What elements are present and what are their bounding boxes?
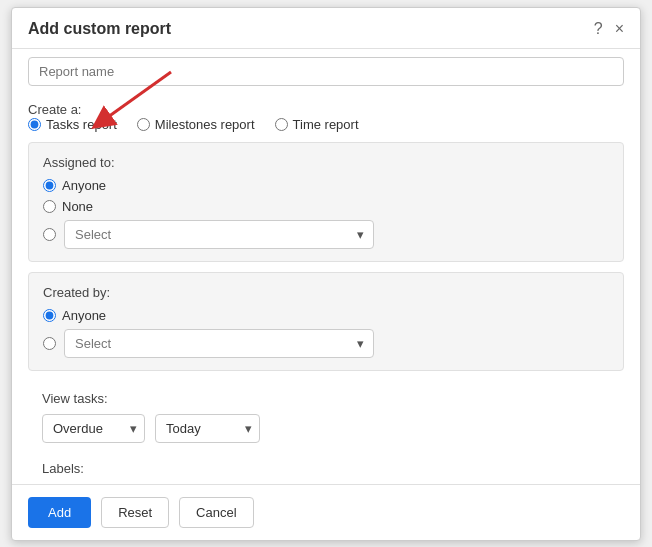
assigned-none-radio[interactable] — [43, 200, 56, 213]
assigned-anyone-radio[interactable] — [43, 179, 56, 192]
created-select-wrapper: Select — [64, 329, 374, 358]
view-tasks-dropdown2[interactable]: Today This week This month — [155, 414, 260, 443]
assigned-select-wrapper: Select — [64, 220, 374, 249]
report-type-group: Tasks report Milestones report Time repo… — [28, 117, 624, 132]
header-icons: ? × — [594, 20, 624, 38]
assigned-to-label: Assigned to: — [43, 155, 609, 170]
assigned-anyone-label: Anyone — [62, 178, 106, 193]
cancel-button[interactable]: Cancel — [179, 497, 253, 528]
assigned-select[interactable]: Select — [64, 220, 374, 249]
add-button[interactable]: Add — [28, 497, 91, 528]
view-tasks-dropdown2-wrapper: Today This week This month — [155, 414, 260, 443]
assigned-anyone-row: Anyone — [43, 178, 609, 193]
created-select[interactable]: Select — [64, 329, 374, 358]
created-anyone-label: Anyone — [62, 308, 106, 323]
dialog-body: Create a: Tasks report Milestones report… — [12, 92, 640, 478]
dialog-header: Add custom report ? × — [12, 8, 640, 49]
report-name-input[interactable] — [28, 57, 624, 86]
radio-tasks[interactable]: Tasks report — [28, 117, 117, 132]
created-anyone-row: Anyone — [43, 308, 609, 323]
view-tasks-dropdown1[interactable]: Overdue All Active Completed — [42, 414, 145, 443]
view-tasks-row: Overdue All Active Completed Today This … — [42, 414, 610, 443]
reset-button[interactable]: Reset — [101, 497, 169, 528]
created-select-radio[interactable] — [43, 337, 56, 350]
assigned-to-section: Assigned to: Anyone None Select — [28, 142, 624, 262]
created-anyone-radio[interactable] — [43, 309, 56, 322]
created-by-label: Created by: — [43, 285, 609, 300]
milestones-report-label: Milestones report — [155, 117, 255, 132]
create-label: Create a: — [28, 102, 81, 117]
time-report-label: Time report — [293, 117, 359, 132]
dialog-title: Add custom report — [28, 20, 171, 38]
report-name-row — [12, 49, 640, 92]
created-select-row: Select — [43, 329, 609, 358]
assigned-none-row: None — [43, 199, 609, 214]
radio-time[interactable]: Time report — [275, 117, 359, 132]
help-button[interactable]: ? — [594, 20, 603, 38]
view-tasks-dropdown1-wrapper: Overdue All Active Completed — [42, 414, 145, 443]
labels-label: Labels: — [28, 457, 624, 478]
tasks-report-label: Tasks report — [46, 117, 117, 132]
dialog-footer: Add Reset Cancel — [12, 484, 640, 540]
created-by-section: Created by: Anyone Select — [28, 272, 624, 371]
radio-milestones[interactable]: Milestones report — [137, 117, 255, 132]
view-tasks-section: View tasks: Overdue All Active Completed… — [28, 381, 624, 453]
assigned-select-radio[interactable] — [43, 228, 56, 241]
assigned-select-row: Select — [43, 220, 609, 249]
close-button[interactable]: × — [615, 20, 624, 38]
assigned-none-label: None — [62, 199, 93, 214]
view-tasks-label: View tasks: — [42, 391, 610, 406]
